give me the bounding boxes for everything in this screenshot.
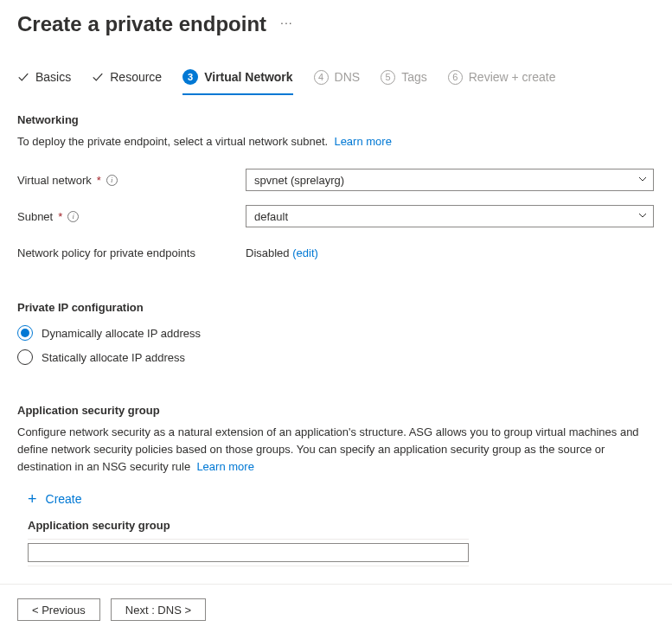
wizard-step-label: DNS (335, 70, 361, 84)
chevron-down-icon (637, 210, 648, 223)
virtual-network-value: spvnet (sprelayrg) (254, 174, 344, 187)
asg-field-label: Application security group (28, 519, 655, 532)
previous-button[interactable]: < Previous (17, 598, 100, 621)
check-icon (92, 71, 104, 83)
wizard-step-review-create[interactable]: 6 Review + create (448, 70, 556, 95)
step-number-badge: 4 (314, 70, 329, 85)
wizard-step-resource[interactable]: Resource (92, 70, 162, 94)
next-button[interactable]: Next : DNS > (111, 598, 206, 621)
learn-more-link[interactable]: Learn more (196, 460, 253, 473)
info-icon[interactable]: i (106, 175, 118, 186)
network-policy-edit-link[interactable]: (edit) (292, 246, 318, 259)
virtual-network-dropdown[interactable]: spvnet (sprelayrg) (246, 169, 654, 191)
learn-more-link[interactable]: Learn more (334, 135, 391, 148)
asg-create-button[interactable]: + Create (28, 491, 82, 507)
asg-create-label: Create (46, 492, 82, 506)
asg-dropdown[interactable] (28, 543, 469, 562)
virtual-network-label: Virtual network * i (17, 174, 246, 187)
chevron-down-icon (637, 174, 648, 187)
footer-divider (0, 584, 672, 585)
radio-label: Dynamically allocate IP address (42, 327, 201, 340)
radio-dynamic-ip[interactable]: Dynamically allocate IP address (17, 321, 655, 345)
plus-icon: + (28, 491, 37, 507)
radio-label: Statically allocate IP address (42, 351, 185, 364)
networking-description: To deploy the private endpoint, select a… (17, 133, 655, 150)
page-title: Create a private endpoint (17, 12, 266, 36)
wizard-step-virtual-network[interactable]: 3 Virtual Network (182, 69, 292, 95)
wizard-step-label: Basics (35, 70, 71, 84)
wizard-step-tags[interactable]: 5 Tags (381, 70, 427, 95)
wizard-steps: Basics Resource 3 Virtual Network 4 DNS … (17, 69, 655, 96)
info-icon[interactable]: i (67, 211, 79, 222)
asg-description: Configure network security as a natural … (17, 424, 655, 476)
check-icon (17, 71, 29, 83)
network-policy-label: Network policy for private endpoints (17, 246, 246, 259)
radio-icon (17, 349, 33, 365)
step-number-badge: 5 (381, 70, 395, 85)
section-title-networking: Networking (17, 113, 655, 126)
step-number-badge: 6 (448, 70, 463, 85)
radio-static-ip[interactable]: Statically allocate IP address (17, 345, 655, 369)
wizard-step-basics[interactable]: Basics (17, 70, 71, 94)
section-title-asg: Application security group (17, 404, 655, 417)
more-icon[interactable]: ··· (280, 16, 293, 33)
step-number-badge: 3 (182, 69, 198, 85)
wizard-step-label: Tags (401, 70, 427, 84)
network-policy-value: Disabled (246, 246, 290, 259)
section-title-ipconfig: Private IP configuration (17, 301, 655, 314)
wizard-step-label: Resource (110, 70, 162, 84)
wizard-step-label: Virtual Network (204, 70, 292, 84)
subnet-dropdown[interactable]: default (246, 205, 654, 227)
wizard-step-dns[interactable]: 4 DNS (314, 70, 361, 95)
subnet-value: default (254, 210, 288, 223)
radio-icon (17, 325, 33, 341)
wizard-step-label: Review + create (469, 70, 556, 84)
subnet-label: Subnet * i (17, 210, 246, 223)
